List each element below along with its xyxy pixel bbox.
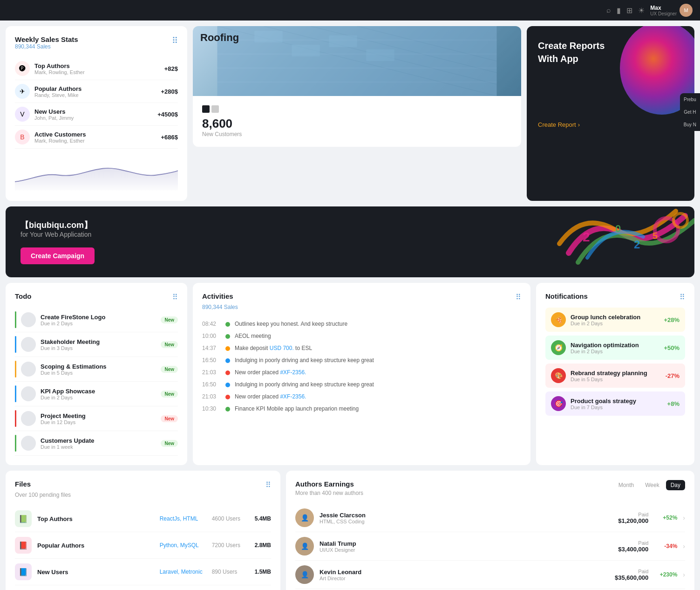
notification-3: 🎨 Rebrand strategy planning Due in 5 Day… [545,364,685,388]
avatar[interactable]: M [680,4,693,17]
activity-link-7[interactable]: #XF-2356. [280,393,306,400]
notifications-title: Notifications [545,292,588,300]
search-icon[interactable]: ⌕ [606,6,611,14]
file-users-3: 890 Users [212,569,249,575]
activity-dot-4 [225,358,230,363]
author-arrow-3[interactable]: › [683,571,685,578]
grid-icon[interactable]: ⊞ [626,6,632,15]
files-dots-menu[interactable]: ⠿ [265,480,271,489]
author-paid-2: Paid $3,400,000 [618,540,648,553]
user-name: Max [650,5,677,11]
weekly-stats-subtitle: 890,344 Sales [15,43,178,50]
notification-4: 🎯 Product goals strategy Due in 7 Days +… [545,391,685,416]
activity-6: 16:50 Indulging in poorly driving and ke… [202,378,521,391]
activity-text-7: New order placed #XF-2356. [235,393,306,400]
svg-rect-12 [367,49,394,61]
side-panel-item-2[interactable]: Get H [684,110,696,115]
todo-dots-menu[interactable]: ⠿ [172,293,178,302]
todo-avatar-6 [21,436,36,451]
notifications-card: Notifications ⠿ 🍕 Group lunch celebratio… [536,283,694,465]
create-report-link[interactable]: Create Report › [538,121,683,128]
activity-dot-6 [225,383,230,387]
tab-week[interactable]: Week [640,480,664,490]
stat-item-active-customers: B Active Customers Mark, Rowling, Esther… [15,126,178,149]
notif-value-2: +50% [664,344,680,351]
activity-dot-3 [225,346,230,351]
todo-card: Todo ⠿ Create FireStone Logo Due in 2 Da… [6,283,187,465]
notif-info-2: Navigation optimization Due in 2 Days [571,342,659,354]
user-role: UX Designer [650,11,677,16]
sun-icon[interactable]: ☀ [638,6,645,15]
customers-icons [202,105,512,113]
active-customers-sub: Mark, Rowling, Esther [34,138,156,144]
top-authors-sub: Mark, Rowling, Esther [34,69,160,75]
author-item-3: 👤 Kevin Leonard Art Director Paid $35,60… [295,561,685,589]
active-customers-value: +686$ [161,134,178,141]
activity-1: 08:42 Outlines keep you honest. And keep… [202,318,521,330]
notif-info-1: Group lunch celebration Due in 2 Days [571,314,659,326]
campaign-banner: 【biqubiqu.com】 for Your Web Application … [6,206,694,277]
activity-link-3[interactable]: USD 700. [270,345,294,351]
author-item-2: 👤 Natali Trump UI/UX Designer Paid $3,40… [295,532,685,561]
author-arrow-2[interactable]: › [683,542,685,550]
author-avatar-1: 👤 [295,508,314,527]
author-item-1: 👤 Jessie Clarcson HTML, CSS Coding Paid … [295,504,685,532]
activities-subtitle: 890,344 Sales [202,304,521,310]
todo-avatar-2 [21,337,36,352]
tab-day[interactable]: Day [666,480,685,490]
todo-badge-6: New [161,440,178,447]
bars-icon[interactable]: ▮ [617,6,621,15]
todo-title: Todo [15,292,32,300]
side-panel-item-3[interactable]: Buy N [684,122,696,127]
activity-4: 16:50 Indulging in poorly driving and ke… [202,354,521,366]
authors-earnings-card: Authors Earnings More than 400 new autho… [286,471,694,590]
file-size-3: 1.5MB [255,569,271,575]
activity-8: 10:30 Finance KPI Mobile app launch prep… [202,403,521,415]
notif-info-3: Rebrand strategy planning Due in 5 Days [571,370,661,382]
todo-avatar-5 [21,411,36,426]
earnings-title: Authors Earnings [295,480,363,488]
activity-dot-8 [225,407,230,412]
todo-info-4: KPI App Showcase Due in 2 Days [41,388,156,400]
activity-2: 10:00 AEOL meeting [202,330,521,342]
file-size-2: 2.8MB [255,542,271,549]
top-authors-name: Top Authors [34,62,160,69]
notif-icon-4: 🎯 [551,396,566,411]
activities-dots-menu[interactable]: ⠿ [516,293,521,302]
stat-item-popular-authors: ✈ Popular Authors Randy, Steve, Mike +28… [15,80,178,103]
author-paid-1: Paid $1,200,000 [618,512,648,524]
active-customers-info: Active Customers Mark, Rowling, Esther [34,131,156,144]
activity-time-3: 14:37 [202,345,221,351]
dots-menu[interactable]: ⠿ [172,35,178,46]
todo-color-bar-2 [15,336,16,353]
row-4: Files ⠿ Over 100 pending files 📗 Top Aut… [6,471,694,590]
files-title: Files [15,480,31,488]
stat-item-top-authors: 🅟 Top Authors Mark, Rowling, Esther +82$ [15,57,178,80]
todo-item-1: Create FireStone Logo Due in 2 Days New [15,308,178,332]
activities-title: Activities [202,292,233,300]
notif-value-3: -27% [666,372,680,379]
activity-link-5[interactable]: #XF-2356. [280,369,306,376]
popular-authors-value: +280$ [161,88,178,95]
file-tech-3: Laravel, Metronic [160,569,206,575]
popular-authors-sub: Randy, Steve, Mike [34,92,156,98]
activity-time-7: 21:03 [202,393,221,400]
customers-number: 8,600 [202,117,512,131]
todo-item-2: Stakeholder Meeting Due in 3 Days New [15,332,178,357]
file-users-2: 7200 Users [212,542,249,549]
side-panel-item-1[interactable]: Prebu [684,97,696,102]
new-users-sub: John, Pat, Jimmy [34,115,153,121]
create-report-arrow-icon: › [578,121,580,128]
file-item-3: 📘 New Users Laravel, Metronic 890 Users … [15,559,271,585]
author-arrow-1[interactable]: › [683,514,685,521]
notifications-dots-menu[interactable]: ⠿ [680,293,685,302]
create-campaign-button[interactable]: Create Campaign [20,247,95,264]
tab-month[interactable]: Month [614,480,639,490]
author-avatar-2: 👤 [295,537,314,556]
author-info-3: Kevin Leonard Art Director [319,569,609,581]
earnings-subtitle: More than 400 new authors [295,490,363,496]
active-customers-icon: B [15,130,30,144]
todo-info-6: Customers Update Due in 1 week [41,437,156,450]
weekly-sales-stats-card: ⠿ Weekly Sales Stats 890,344 Sales 🅟 Top… [6,26,187,201]
author-paid-3: Paid $35,600,000 [615,569,648,581]
